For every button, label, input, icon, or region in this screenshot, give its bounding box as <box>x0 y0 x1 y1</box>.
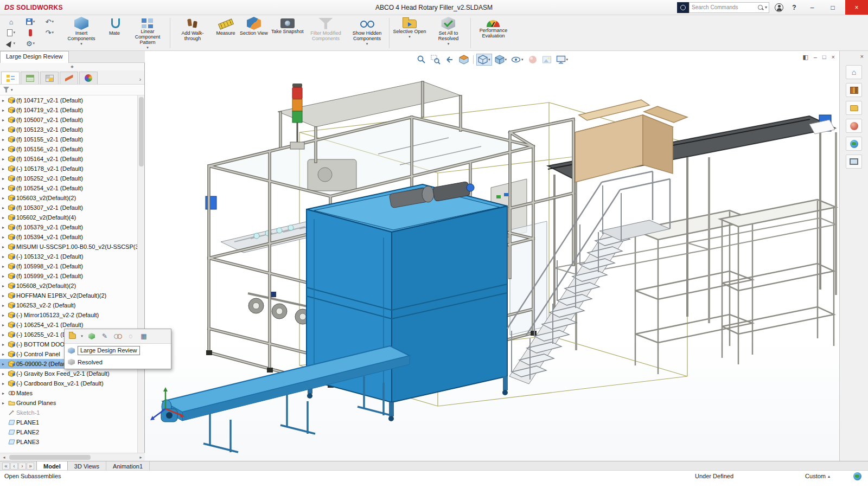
tab-scroll-first-icon[interactable]: « <box>2 463 10 470</box>
tab-scroll-next-icon[interactable]: › <box>18 463 26 470</box>
expand-arrow-icon[interactable]: ▸ <box>2 186 8 191</box>
expand-arrow-icon[interactable]: ▸ <box>2 323 8 328</box>
user-account-button[interactable] <box>774 2 784 13</box>
tree-item[interactable]: ▸MISUMI U-SSCSP1.00-B0.50_v2(U-SSCSP(304… <box>0 242 137 252</box>
open-caret-icon[interactable]: ▾ <box>80 331 84 342</box>
expand-arrow-icon[interactable]: ▸ <box>2 118 8 123</box>
edit-component-icon[interactable]: ✎ <box>99 331 110 342</box>
filter-icon[interactable] <box>3 87 9 93</box>
panel-splitter-handle[interactable]: ◆ <box>0 63 144 70</box>
filter-caret-icon[interactable]: ▾ <box>11 88 13 92</box>
component-properties-icon[interactable]: ▦ <box>138 331 149 342</box>
expand-arrow-icon[interactable]: ▸ <box>2 225 8 230</box>
sw-resources-icon[interactable]: ⌂ <box>846 65 862 79</box>
zoom-to-fit-icon[interactable] <box>415 54 428 66</box>
tree-item[interactable]: ▸(-) Cardboard Box_v2-1 (Default) <box>0 378 137 388</box>
file-explorer-icon[interactable] <box>846 101 862 115</box>
tree-item[interactable]: ▸(-) 105178_v2-1 (Default) <box>0 164 137 174</box>
tree-item[interactable]: ▸HOFFMAN E1PBX_v2(Default)(2) <box>0 291 137 300</box>
view-tab-model[interactable]: Model <box>36 461 68 470</box>
tree-item[interactable]: PLANE2 <box>0 427 137 437</box>
model-shelving-tables[interactable] <box>633 200 836 374</box>
expand-arrow-icon[interactable]: ▸ <box>2 215 8 220</box>
expand-arrow-icon[interactable]: ▸ <box>2 401 8 406</box>
select-button[interactable]: ▾ <box>2 38 20 49</box>
save-button[interactable]: ▾ <box>21 16 39 27</box>
pane-split-icon[interactable]: ◧ <box>802 54 808 61</box>
options-button[interactable]: ⚙▾ <box>21 38 39 49</box>
ribbon-button-take-snapshot[interactable]: Take Snapshot <box>270 16 305 50</box>
ribbon-button-show-hidden-components[interactable]: Show Hidden Components▾ <box>346 16 387 50</box>
tab-propertymanager[interactable] <box>21 72 39 84</box>
search-input[interactable] <box>690 4 757 10</box>
ribbon-button-set-all-to-resolved[interactable]: Set All to Resolved▾ <box>427 16 469 50</box>
expand-arrow-icon[interactable]: ▸ <box>2 157 8 162</box>
tree-item[interactable]: ▸(f) 105254_v2-1 (Default) <box>0 183 137 193</box>
edit-appearance-icon[interactable] <box>526 54 539 66</box>
restore-button[interactable]: □ <box>825 0 841 15</box>
section-view-icon[interactable] <box>457 54 470 66</box>
doc-minimize-icon[interactable]: – <box>814 54 817 61</box>
tree-item[interactable]: Sketch-1 <box>0 408 137 418</box>
tree-horizontal-scrollbar[interactable]: ◂ ▸ <box>0 453 145 461</box>
expand-arrow-icon[interactable]: ▸ <box>2 313 8 318</box>
ribbon-button-mate[interactable]: Mate <box>102 16 127 50</box>
expand-arrow-icon[interactable]: ▸ <box>2 371 8 376</box>
tab-scroll-prev-icon[interactable]: ‹ <box>10 463 18 470</box>
tree-item[interactable]: PLANE3 <box>0 437 137 447</box>
graphics-viewport[interactable]: ▾ ▾ ▾ ▾ ◧ – □ <box>145 51 839 461</box>
view-palette-icon[interactable] <box>846 155 862 169</box>
expand-arrow-icon[interactable]: ▸ <box>2 108 8 113</box>
model-outfeed-conveyor[interactable] <box>161 346 410 452</box>
help-button[interactable]: ? <box>789 2 800 13</box>
tree-item[interactable]: ▸105603_v2(Default)(2) <box>0 193 137 203</box>
ribbon-button-section-view[interactable]: Section View <box>238 16 270 50</box>
expand-arrow-icon[interactable]: ▸ <box>2 137 8 142</box>
zoom-to-area-icon[interactable] <box>429 54 442 66</box>
expand-arrow-icon[interactable]: ▸ <box>2 381 8 386</box>
tree-item[interactable]: ▸106253_v2-2 (Default) <box>0 300 137 310</box>
appearances-icon[interactable] <box>846 119 862 133</box>
expand-arrow-icon[interactable]: ▸ <box>2 98 8 103</box>
home-button[interactable]: ⌂ <box>2 16 20 27</box>
expand-arrow-icon[interactable]: ▸ <box>2 342 8 347</box>
unit-system-selector[interactable]: Custom▴ <box>805 473 830 479</box>
tree-vertical-scrollbar[interactable] <box>137 95 144 453</box>
expand-arrow-icon[interactable]: ▸ <box>2 254 8 259</box>
search-icon[interactable] <box>757 4 764 11</box>
tree-item[interactable]: ▸105602_v2(Default)(4) <box>0 213 137 222</box>
tab-featuremanager-tree[interactable] <box>1 72 20 84</box>
ribbon-button-linear-component-pattern[interactable]: Linear Component Pattern▾ <box>127 16 168 50</box>
tree-item[interactable]: ▸(f) 105379_v2-1 (Default) <box>0 222 137 232</box>
open-component-icon[interactable] <box>67 331 78 342</box>
expand-arrow-icon[interactable]: ▸ <box>2 293 8 298</box>
context-menu-item[interactable]: Large Design Review <box>65 345 171 356</box>
scenes-icon[interactable] <box>846 137 862 151</box>
hide-show-items-icon[interactable]: ▾ <box>509 54 525 66</box>
expand-arrow-icon[interactable]: ▸ <box>2 166 8 171</box>
tree-item[interactable]: ▸(f) 105123_v2-1 (Default) <box>0 125 137 134</box>
tree-item[interactable]: ▸(-) Gravity Box Feed_v2-1 (Default) <box>0 369 137 378</box>
ribbon-button-performance-evaluation[interactable]: Performance Evaluation <box>473 16 514 50</box>
scroll-left-icon[interactable]: ◂ <box>0 455 8 460</box>
mate-rings-icon[interactable] <box>112 331 123 342</box>
undo-button[interactable]: ↶▾ <box>41 16 59 27</box>
ribbon-button-insert-components[interactable]: Insert Components▾ <box>61 16 102 50</box>
expand-arrow-icon[interactable]: ▸ <box>2 352 8 357</box>
task-pane-close-icon[interactable]: × <box>840 51 868 61</box>
expand-arrow-icon[interactable]: ▸ <box>2 196 8 201</box>
scrollbar-thumb[interactable] <box>9 455 91 460</box>
previous-view-icon[interactable] <box>443 54 456 66</box>
isolate-icon[interactable]: ◌ <box>125 331 136 342</box>
tree-item[interactable]: ▸(f) 105007_v2-1 (Default) <box>0 115 137 125</box>
context-menu-item[interactable]: Resolved <box>65 356 171 368</box>
tab-dimxpertmanager[interactable] <box>60 72 78 84</box>
rebuild-button[interactable] <box>41 38 59 49</box>
expand-arrow-icon[interactable]: ▸ <box>2 176 8 181</box>
doc-restore-icon[interactable]: □ <box>822 54 826 61</box>
tree-item[interactable]: ▸(f) 105252_v2-1 (Default) <box>0 174 137 183</box>
connection-globe-icon[interactable] <box>853 472 861 480</box>
view-tab-animation1[interactable]: Animation1 <box>106 461 150 470</box>
expand-arrow-icon[interactable]: ▸ <box>2 362 8 367</box>
new-document-button[interactable]: ▾ <box>2 27 20 38</box>
